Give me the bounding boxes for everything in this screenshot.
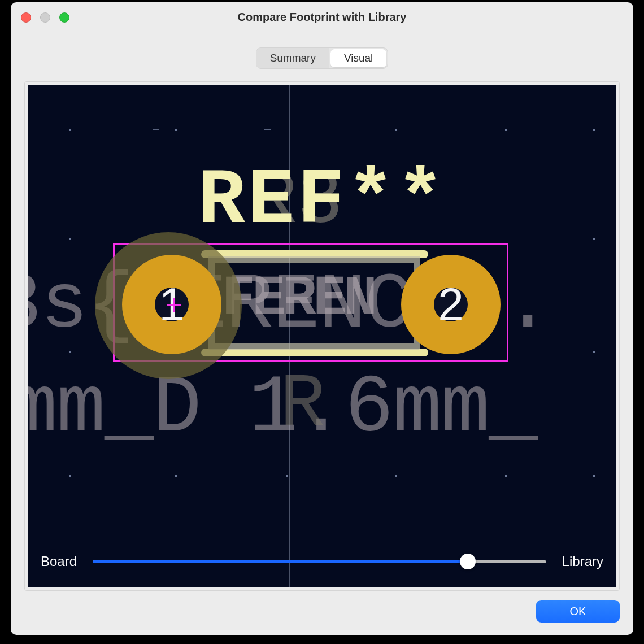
reference-label: REF**: [198, 156, 446, 246]
titlebar: Compare Footprint with Library: [11, 2, 633, 32]
slider-label-library: Library: [562, 554, 603, 569]
pad-2[interactable]: 2: [401, 255, 501, 354]
pad-2-number: 2: [438, 278, 464, 331]
inner-text: FEREN: [221, 267, 374, 331]
footprint-canvas[interactable]: R3 3s{FERENCE}. 6mm_D 1.6mm_ R REF** FER…: [28, 85, 616, 587]
content-frame: R3 3s{FERENCE}. 6mm_D 1.6mm_ R REF** FER…: [24, 81, 620, 591]
dialog-window: Compare Footprint with Library Summary V…: [11, 2, 633, 635]
ok-button[interactable]: OK: [536, 600, 620, 623]
silkscreen-bottom: [201, 349, 428, 356]
blend-slider-row: Board Library: [41, 553, 603, 570]
slider-label-board: Board: [41, 554, 77, 569]
tabbar: Summary Visual: [256, 47, 389, 69]
minimize-icon: [40, 12, 50, 23]
dialog-buttons: OK: [536, 600, 620, 623]
zoom-icon[interactable]: [59, 12, 69, 23]
tab-visual[interactable]: Visual: [330, 49, 386, 67]
traffic-lights: [21, 12, 69, 23]
ghost-letter-r: R: [280, 362, 325, 449]
tab-summary[interactable]: Summary: [256, 48, 329, 68]
blend-slider[interactable]: [93, 553, 546, 570]
close-icon[interactable]: [21, 12, 31, 23]
slider-thumb[interactable]: [460, 554, 476, 569]
window-title: Compare Footprint with Library: [11, 11, 633, 24]
origin-crosshair-v: [173, 298, 175, 312]
slider-fill: [93, 560, 464, 563]
tabbar-row: Summary Visual: [11, 32, 633, 76]
